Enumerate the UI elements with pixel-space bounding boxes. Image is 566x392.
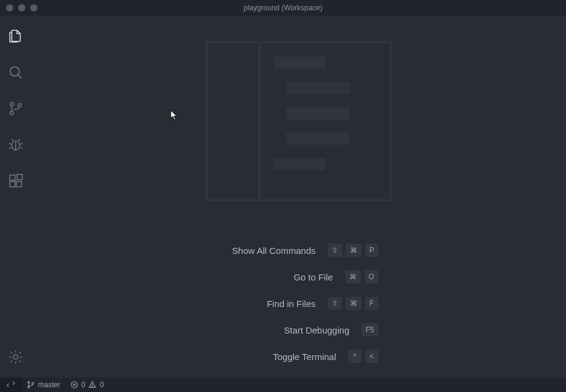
svg-point-12 bbox=[28, 386, 30, 388]
settings-gear[interactable] bbox=[1, 343, 30, 371]
warning-icon bbox=[88, 381, 97, 389]
window-controls bbox=[0, 4, 37, 11]
svg-point-4 bbox=[18, 104, 21, 107]
command-row: Start Debugging F5 bbox=[219, 323, 378, 337]
window-title: playground (Workspace) bbox=[244, 4, 323, 12]
command-row: Find in Files ⇧ ⌘ F bbox=[219, 297, 378, 310]
svg-rect-8 bbox=[16, 182, 22, 187]
svg-rect-6 bbox=[10, 175, 15, 180]
command-label: Find in Files bbox=[219, 299, 316, 309]
remote-indicator[interactable] bbox=[0, 378, 22, 392]
key: ⇧ bbox=[328, 244, 342, 257]
svg-point-3 bbox=[10, 112, 13, 115]
key: < bbox=[365, 350, 378, 363]
command-label: Show All Commands bbox=[219, 245, 316, 256]
key: ⌘ bbox=[345, 270, 361, 283]
gear-icon bbox=[8, 349, 24, 365]
command-row: Toggle Terminal ^ < bbox=[219, 350, 378, 363]
warning-count: 0 bbox=[100, 381, 104, 389]
maximize-button[interactable] bbox=[30, 4, 37, 11]
keybinding: F5 bbox=[361, 323, 378, 337]
key: ⌘ bbox=[346, 297, 361, 310]
branch-icon bbox=[8, 101, 24, 116]
debug-tab[interactable] bbox=[1, 130, 30, 159]
command-row: Go to File ⌘ O bbox=[219, 270, 378, 283]
key: P bbox=[365, 244, 378, 257]
keybinding: ⇧ ⌘ F bbox=[328, 297, 378, 310]
titlebar: playground (Workspace) bbox=[0, 0, 566, 16]
svg-line-1 bbox=[18, 75, 22, 78]
key: F5 bbox=[361, 323, 378, 337]
key: ⌘ bbox=[346, 244, 361, 257]
key: ^ bbox=[348, 350, 361, 363]
key: F bbox=[365, 297, 378, 310]
explorer-tab[interactable] bbox=[1, 22, 30, 51]
problems-status[interactable]: 0 0 bbox=[65, 378, 109, 392]
welcome-commands: Show All Commands ⇧ ⌘ P Go to File ⌘ O F… bbox=[219, 244, 378, 363]
svg-rect-7 bbox=[10, 182, 15, 187]
error-icon bbox=[70, 381, 78, 389]
activity-bar bbox=[0, 16, 31, 378]
svg-point-18 bbox=[92, 386, 93, 387]
editor-welcome: Show All Commands ⇧ ⌘ P Go to File ⌘ O F… bbox=[31, 16, 566, 378]
close-button[interactable] bbox=[6, 4, 13, 11]
svg-point-0 bbox=[10, 67, 19, 76]
remote-icon bbox=[7, 381, 15, 389]
git-branch-status[interactable]: master bbox=[22, 378, 65, 392]
command-label: Go to File bbox=[237, 272, 333, 282]
error-count: 0 bbox=[81, 381, 86, 389]
svg-rect-9 bbox=[17, 174, 22, 180]
minimize-button[interactable] bbox=[18, 4, 25, 11]
search-icon bbox=[8, 65, 24, 80]
command-label: Start Debugging bbox=[253, 325, 349, 335]
source-control-tab[interactable] bbox=[1, 94, 30, 123]
extensions-icon bbox=[8, 173, 24, 189]
command-row: Show All Commands ⇧ ⌘ P bbox=[219, 244, 378, 257]
main-area: Show All Commands ⇧ ⌘ P Go to File ⌘ O F… bbox=[0, 16, 566, 378]
command-label: Toggle Terminal bbox=[240, 352, 336, 362]
key: ⇧ bbox=[328, 297, 342, 310]
branch-name: master bbox=[38, 381, 60, 389]
keybinding: ⌘ O bbox=[345, 270, 378, 283]
key: O bbox=[364, 270, 378, 283]
bug-icon bbox=[8, 137, 24, 153]
keybinding: ⇧ ⌘ P bbox=[328, 244, 378, 257]
svg-point-13 bbox=[32, 382, 34, 384]
extensions-tab[interactable] bbox=[1, 166, 30, 195]
svg-point-11 bbox=[28, 381, 30, 383]
search-tab[interactable] bbox=[1, 58, 30, 87]
watermark-graphic bbox=[205, 41, 392, 201]
svg-point-2 bbox=[10, 103, 13, 106]
keybinding: ^ < bbox=[348, 350, 378, 363]
status-bar: master 0 0 bbox=[0, 378, 566, 392]
svg-point-10 bbox=[13, 355, 18, 359]
files-icon bbox=[8, 28, 24, 44]
branch-icon bbox=[27, 381, 35, 389]
